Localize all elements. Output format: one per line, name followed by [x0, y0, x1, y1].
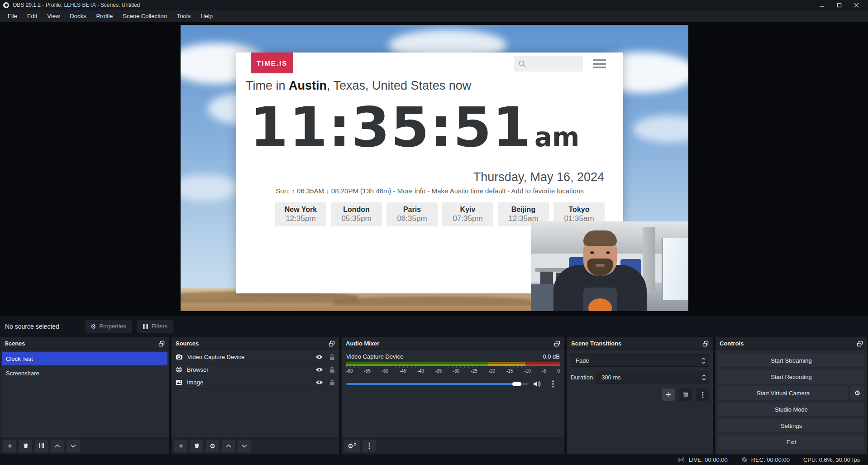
menubar: File Edit View Docks Profile Scene Colle… — [0, 10, 868, 22]
scene-item-screenshare[interactable]: Screenshare — [2, 366, 167, 380]
remove-source-button[interactable] — [190, 440, 203, 452]
cpu-fps-text: CPU: 0.6%, 30.00 fps — [803, 456, 860, 463]
popout-icon[interactable] — [158, 340, 165, 347]
transition-properties-button[interactable] — [696, 388, 709, 401]
scene-filters-button[interactable] — [35, 440, 48, 452]
volume-slider[interactable] — [346, 383, 529, 385]
sources-toolbar: ⚙ — [172, 437, 339, 454]
live-status: LIVE: 00:00:00 — [677, 456, 728, 463]
virtual-camera-row: Start Virtual Camera ⚙ — [718, 386, 864, 400]
popout-icon[interactable] — [329, 340, 335, 347]
city-name: Austin — [289, 79, 327, 92]
cloud — [633, 115, 688, 143]
menu-profile[interactable]: Profile — [91, 11, 118, 21]
virtual-camera-settings-button[interactable]: ⚙ — [850, 386, 864, 400]
menu-edit[interactable]: Edit — [22, 11, 42, 21]
transitions-header: Scene Transitions — [567, 337, 713, 350]
source-list: Video Capture Device Browser Image — [172, 350, 339, 390]
start-streaming-button[interactable]: Start Streaming — [718, 354, 864, 367]
mixer-menu-button[interactable] — [362, 440, 376, 452]
kebab-menu-icon — [552, 380, 554, 388]
chevron-up-icon — [701, 358, 706, 360]
person-beard — [587, 259, 613, 276]
search-icon — [518, 60, 526, 68]
popout-icon[interactable] — [554, 340, 560, 347]
menu-tools[interactable]: Tools — [172, 11, 196, 21]
move-source-up-button[interactable] — [222, 440, 235, 452]
meter-tick-marks — [346, 366, 560, 368]
menu-docks[interactable]: Docks — [65, 11, 91, 21]
lock-icon[interactable] — [329, 367, 335, 373]
add-transition-button[interactable] — [662, 388, 675, 401]
source-status-text: No source selected — [5, 323, 59, 330]
scene-item-clock-test[interactable]: Clock Test — [2, 352, 167, 365]
more-info-link: More info — [397, 187, 426, 195]
popout-icon[interactable] — [702, 340, 709, 347]
source-toolbar: No source selected ⚙ Properties Filters — [0, 315, 868, 337]
visibility-eye-icon[interactable] — [315, 380, 323, 385]
city-card: New York12:35pm — [275, 202, 326, 226]
menu-scene-collection[interactable]: Scene Collection — [118, 11, 172, 21]
exit-button[interactable]: Exit — [718, 435, 864, 449]
source-row-browser[interactable]: Browser — [172, 364, 339, 376]
preview-area: TIME.IS Time in Austin, Texas, United St… — [0, 22, 868, 315]
studio-mode-button[interactable]: Studio Mode — [718, 403, 864, 416]
camera-icon — [176, 354, 183, 360]
preview-video[interactable]: TIME.IS Time in Austin, Texas, United St… — [181, 25, 688, 311]
duration-label: Duration — [571, 374, 593, 381]
audio-mixer-header: Audio Mixer — [342, 337, 564, 350]
filters-icon — [143, 323, 148, 330]
minimize-button[interactable] — [813, 0, 830, 10]
person-mouth — [596, 264, 605, 267]
popout-icon[interactable] — [857, 340, 863, 347]
speaker-icon[interactable] — [533, 380, 542, 388]
scenes-toolbar — [0, 437, 169, 454]
menu-help[interactable]: Help — [196, 11, 218, 21]
status-bar: LIVE: 00:00:00 REC: 00:00:00 CPU: 0.6%, … — [0, 455, 868, 465]
transition-buttons — [571, 388, 709, 401]
visibility-eye-icon[interactable] — [315, 367, 323, 372]
menu-file[interactable]: File — [3, 11, 22, 21]
time-digits: 11:35:51 — [250, 94, 532, 160]
cpu-status: CPU: 0.6%, 30.00 fps — [803, 456, 860, 463]
mixer-channel-menu-button[interactable] — [546, 378, 560, 390]
source-properties-button[interactable]: ⚙ — [206, 440, 219, 452]
mixer-toolbar: ⚙⚙ — [342, 437, 564, 454]
audio-mixer-dock: Audio Mixer Video Capture Device 0.0 dB … — [341, 337, 565, 455]
city-card: Paris06:35pm — [386, 202, 438, 226]
kebab-menu-icon — [702, 392, 704, 398]
current-date: Thursday, May 16, 2024 — [473, 170, 604, 184]
advanced-audio-properties-button[interactable]: ⚙⚙ — [344, 440, 360, 452]
remove-scene-button[interactable] — [19, 440, 32, 452]
add-source-button[interactable] — [174, 440, 187, 452]
properties-button[interactable]: ⚙ Properties — [85, 320, 132, 333]
lock-icon[interactable] — [329, 379, 335, 386]
move-source-down-button[interactable] — [238, 440, 251, 452]
lock-icon[interactable] — [329, 354, 335, 360]
settings-button[interactable]: Settings — [718, 419, 864, 432]
filters-button[interactable]: Filters — [137, 320, 173, 333]
volume-slider-handle[interactable] — [512, 382, 521, 386]
start-virtual-camera-button[interactable]: Start Virtual Camera — [718, 386, 848, 400]
move-scene-up-button[interactable] — [51, 440, 64, 452]
current-time: 11:35:51 am — [250, 94, 579, 160]
duration-input[interactable]: 300 ms — [596, 371, 709, 384]
source-row-video-capture[interactable]: Video Capture Device — [172, 351, 339, 364]
duration-spinner[interactable] — [702, 374, 706, 380]
move-scene-down-button[interactable] — [67, 440, 80, 452]
gear-icon: ⚙ — [854, 389, 860, 397]
rec-time: REC: 00:00:00 — [751, 456, 790, 463]
record-off-icon — [741, 457, 748, 463]
menu-view[interactable]: View — [42, 11, 65, 21]
start-recording-button[interactable]: Start Recording — [718, 370, 864, 384]
scene-list: Clock Test Screenshare — [0, 350, 169, 383]
maximize-button[interactable] — [830, 0, 848, 10]
remove-transition-button[interactable] — [679, 388, 692, 401]
person-head — [583, 233, 617, 276]
visibility-eye-icon[interactable] — [315, 355, 323, 360]
source-row-image[interactable]: Image — [172, 376, 339, 389]
close-button[interactable] — [848, 0, 865, 10]
add-scene-button[interactable] — [3, 440, 16, 452]
time-meridiem: am — [534, 122, 580, 153]
transition-select[interactable]: Fade — [571, 354, 709, 367]
